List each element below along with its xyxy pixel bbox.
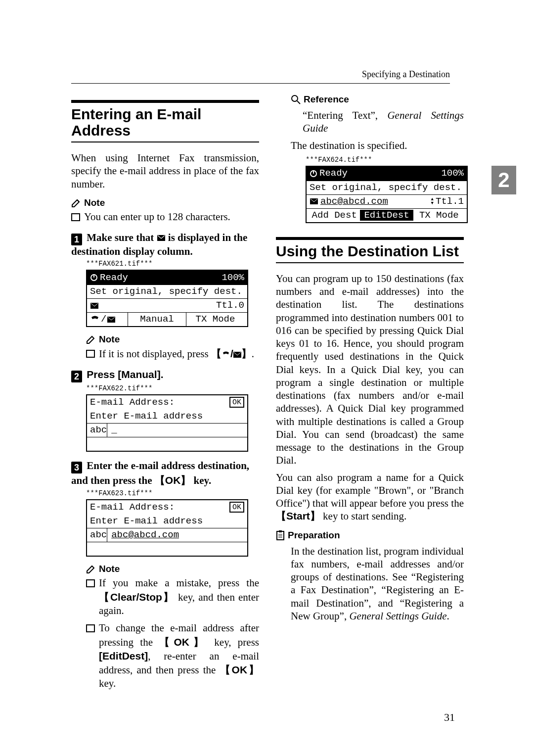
editdest-key: [EditDest]: [99, 650, 148, 662]
lcd1-percent: 100%: [222, 273, 244, 283]
lcd3-row2: Enter E-mail address: [87, 514, 247, 528]
lcd1-mode-toggle: /: [90, 313, 128, 326]
step-2-text: Press [Manual].: [87, 369, 163, 380]
p2-b: key to start sending.: [320, 510, 406, 522]
heading-rule-bottom: [71, 142, 259, 142]
note-list-3: If you make a mistake, press the Clear/S…: [86, 576, 259, 690]
lcd2-ok-badge: OK: [229, 397, 244, 408]
right-column: Reference “Entering Text”, General Setti…: [276, 94, 464, 626]
prep-b: General Settings Guide: [349, 610, 446, 622]
pencil-icon: [86, 334, 96, 344]
prep-c: .: [447, 610, 449, 622]
lcd4-address: abc@abcd.com: [320, 197, 388, 206]
note3-i2-d: key.: [99, 677, 116, 689]
power-icon: [90, 274, 98, 282]
destlist-p2: You can also program a name for a Quick …: [276, 471, 464, 523]
reference-body: “Entering Text”, General Settings Guide: [276, 109, 464, 135]
preparation-header: Preparation: [276, 530, 464, 541]
note-header-2: Note: [86, 334, 259, 345]
step-3-number: 3: [71, 462, 82, 473]
at-envelope-icon: [157, 234, 166, 242]
lcd4-txmode: TX Mode: [413, 211, 465, 220]
lcd2-row1: E-mail Address: OK: [87, 395, 247, 409]
lcd2-row2: Enter E-mail address: [87, 409, 247, 423]
phone-icon: [222, 351, 230, 358]
fax623-label: ***FAX623.tif***: [86, 489, 259, 497]
at-envelope-icon: [310, 198, 318, 205]
dest-spec-text: The destination is specified.: [291, 139, 464, 152]
lcd2-title: E-mail Address:: [90, 398, 175, 407]
step-3: 3 Enter the e-mail address destination, …: [71, 460, 259, 487]
note2-item: If it is not displayed, press 【/】.: [86, 347, 259, 361]
step-1-number: 1: [71, 234, 82, 245]
magnifier-icon: [291, 94, 301, 104]
preparation-text: In the destination list, program individ…: [291, 545, 464, 623]
fax622-label: ***FAX622.tif***: [86, 384, 259, 392]
step-1: 1 Make sure that is displayed in the des…: [71, 232, 259, 258]
note3-i1-a: If you make a mistake, press the: [99, 577, 259, 589]
lcd4-row3: abc@abcd.com Ttl.1: [307, 194, 467, 208]
reference-label: Reference: [304, 94, 349, 105]
lcd3-row3: abc abc@abcd.com: [87, 528, 247, 542]
heading-rule-top: [71, 100, 259, 103]
lcd3-ok-badge: OK: [229, 502, 244, 513]
lcd-screen-1: Ready 100% Set original, specify dest. T…: [86, 270, 248, 327]
chapter-tab: 2: [491, 166, 516, 194]
clear-stop-key: Clear/Stop: [99, 591, 175, 603]
ok-key: OK: [159, 636, 208, 648]
note3-i2-b: key, press: [208, 636, 259, 648]
destlist-p1: You can program up to 150 destinations (…: [276, 272, 464, 467]
svg-line-7: [297, 101, 300, 104]
note-header-1: Note: [71, 197, 259, 208]
svg-rect-12: [279, 530, 282, 532]
lcd4-add-dest: Add Dest: [309, 211, 360, 220]
step-2-number: 2: [71, 371, 82, 382]
clipboard-icon: [276, 530, 285, 540]
lcd1-row2: Set original, specify dest.: [87, 284, 247, 298]
lcd1-txmode: TX Mode: [186, 313, 244, 326]
step-3-text-b: key.: [191, 474, 211, 486]
lcd-screen-3: E-mail Address: OK Enter E-mail address …: [86, 499, 248, 557]
lcd4-percent: 100%: [441, 169, 464, 178]
page-number: 31: [444, 711, 455, 724]
intro-paragraph: When using Internet Fax transmission, sp…: [71, 151, 259, 190]
lcd3-title: E-mail Address:: [90, 503, 175, 512]
step3-note-block: Note If you make a mistake, press the Cl…: [71, 564, 259, 690]
lcd4-total: Ttl.1: [436, 197, 464, 206]
left-column: Entering an E-mail Address When using In…: [71, 94, 259, 695]
heading-rule-top-2: [276, 237, 464, 240]
p2-a: You can also program a name for a Quick …: [276, 472, 464, 510]
lcd3-row1: E-mail Address: OK: [87, 500, 247, 514]
note-list-1: You can enter up to 128 characters.: [71, 210, 259, 224]
lcd1-total: Ttl.0: [216, 301, 244, 310]
pencil-icon: [71, 198, 81, 208]
note2-text-b: .: [252, 348, 254, 360]
lcd1-message: Set original, specify dest.: [90, 287, 242, 296]
lcd2-row4: [87, 437, 247, 451]
ok-key: OK: [220, 664, 259, 675]
lcd2-cursor: _: [107, 424, 121, 437]
lcd4-row1: Ready 100%: [307, 167, 467, 181]
lcd1-row3: Ttl.0: [87, 298, 247, 312]
svg-point-6: [292, 95, 298, 101]
lcd2-row3: abc _: [87, 423, 247, 437]
lcd1-row1: Ready 100%: [87, 271, 247, 284]
start-key: Start: [276, 510, 320, 521]
note-label-2: Note: [99, 334, 120, 345]
lcd4-row2: Set original, specify dest.: [307, 181, 467, 194]
lcd1-row4: / Manual TX Mode: [87, 312, 247, 326]
lcd4-row4: Add Dest EditDest TX Mode: [307, 208, 467, 222]
reference-text: “Entering Text”, General Settings Guide: [303, 109, 464, 135]
at-envelope-icon: [90, 302, 99, 309]
header-rule: [71, 83, 450, 84]
phone-icon: [90, 316, 100, 324]
ok-key: OK: [155, 474, 191, 486]
heading-entering-email: Entering an E-mail Address: [71, 106, 259, 139]
lcd3-field-b: abc@abcd.com: [107, 528, 183, 542]
lcd2-field-a: abc: [90, 425, 107, 435]
note-label-3: Note: [99, 564, 120, 574]
ref-a: “Entering Text”,: [303, 109, 387, 121]
note3-item2: To change the e-mail address after press…: [86, 621, 259, 690]
lcd-screen-4: Ready 100% Set original, specify dest. a…: [306, 166, 468, 223]
heading-dest-list: Using the Destination List: [276, 243, 464, 259]
